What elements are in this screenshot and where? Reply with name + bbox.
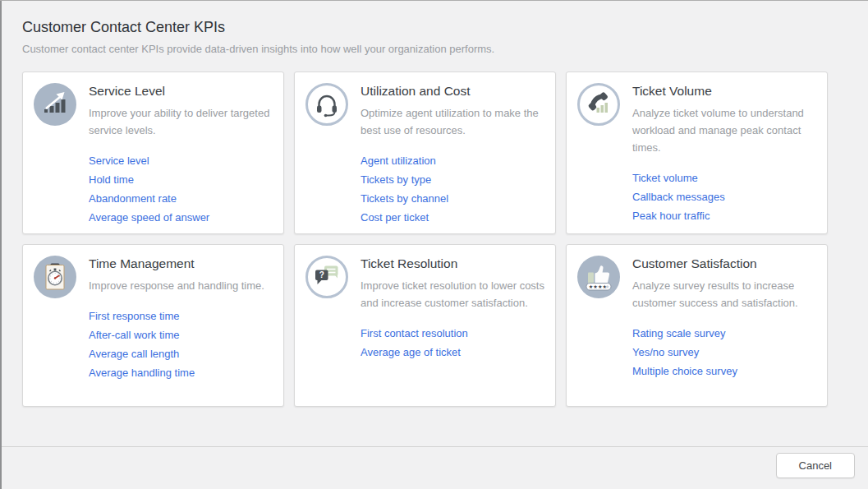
kpi-link-multiple-choice-survey[interactable]: Multiple choice survey: [632, 362, 816, 381]
kpi-link-agent-utilization[interactable]: Agent utilization: [361, 151, 544, 170]
kpi-link-rating-scale-survey[interactable]: Rating scale survey: [632, 324, 816, 343]
kpi-links: Service level Hold time Abandonment rate…: [89, 151, 273, 227]
kpi-link-average-handling-time[interactable]: Average handling time: [89, 363, 273, 382]
card-description: Analyze ticket volume to understand work…: [632, 104, 816, 156]
kpi-link-ticket-volume[interactable]: Ticket volume: [632, 168, 816, 187]
card-time-management: Time Management Improve response and han…: [22, 244, 284, 407]
kpi-link-abandonment-rate[interactable]: Abandonment rate: [89, 189, 273, 208]
window-left-edge: [0, 1, 2, 489]
stopwatch-clipboard-icon: [34, 256, 76, 298]
thumbs-up-rating-icon: ★★★★ ★: [577, 256, 620, 298]
kpi-links: Rating scale survey Yes/no survey Multip…: [632, 324, 816, 381]
kpi-link-first-response-time[interactable]: First response time: [89, 307, 273, 325]
kpi-link-average-call-length[interactable]: Average call length: [89, 344, 273, 363]
kpi-link-hold-time[interactable]: Hold time: [89, 170, 273, 189]
card-customer-satisfaction: ★★★★ ★ Customer Satisfaction Analyze sur…: [566, 244, 828, 407]
card-description: Optimize agent utilization to make the b…: [361, 104, 544, 139]
card-description: Improve your ability to deliver targeted…: [89, 104, 273, 139]
kpi-link-after-call-work-time[interactable]: After-call work time: [89, 325, 273, 344]
kpi-picker-dialog: Customer Contact Center KPIs Customer co…: [0, 1, 868, 407]
kpi-link-tickets-by-channel[interactable]: Tickets by channel: [361, 189, 544, 208]
kpi-links: Agent utilization Tickets by type Ticket…: [361, 151, 544, 227]
card-title: Service Level: [89, 84, 273, 99]
kpi-cards-grid: Service Level Improve your ability to de…: [22, 72, 845, 407]
page-subtitle: Customer contact center KPIs provide dat…: [22, 43, 845, 55]
card-title: Utilization and Cost: [361, 84, 544, 99]
bar-chart-trend-icon: [34, 83, 76, 126]
kpi-link-cost-per-ticket[interactable]: Cost per ticket: [361, 208, 544, 227]
kpi-link-service-level[interactable]: Service level: [89, 151, 273, 170]
svg-text:?: ?: [319, 270, 324, 279]
card-title: Ticket Volume: [632, 84, 816, 99]
kpi-link-callback-messages[interactable]: Callback messages: [632, 187, 816, 206]
cancel-button[interactable]: Cancel: [776, 453, 855, 478]
card-ticket-resolution: ? Ticket Resolution Improve ticket resol…: [294, 244, 556, 407]
card-service-level: Service Level Improve your ability to de…: [22, 72, 284, 234]
card-title: Customer Satisfaction: [632, 256, 816, 271]
svg-text:★: ★: [605, 284, 610, 289]
card-utilization-and-cost: Utilization and Cost Optimize agent util…: [294, 72, 556, 234]
chat-question-icon: ?: [305, 256, 348, 298]
kpi-links: Ticket volume Callback messages Peak hou…: [632, 168, 816, 225]
card-title: Time Management: [89, 256, 273, 271]
kpi-links: First contact resolution Average age of …: [361, 324, 544, 362]
phone-volume-icon: [577, 83, 620, 126]
card-description: Improve ticket resolution to lower costs…: [361, 277, 544, 311]
dialog-footer: Cancel: [0, 446, 868, 489]
card-description: Analyze survey results to increase custo…: [632, 277, 816, 311]
kpi-links: First response time After-call work time…: [89, 307, 273, 382]
kpi-link-yes-no-survey[interactable]: Yes/no survey: [632, 343, 816, 362]
kpi-link-average-speed-of-answer[interactable]: Average speed of answer: [89, 208, 273, 227]
kpi-link-peak-hour-traffic[interactable]: Peak hour traffic: [632, 206, 816, 225]
card-description: Improve response and handling time.: [89, 277, 273, 294]
page-title: Customer Contact Center KPIs: [22, 19, 845, 36]
kpi-link-tickets-by-type[interactable]: Tickets by type: [361, 170, 544, 189]
kpi-link-average-age-of-ticket[interactable]: Average age of ticket: [361, 343, 544, 362]
card-title: Ticket Resolution: [361, 256, 544, 271]
kpi-link-first-contact-resolution[interactable]: First contact resolution: [361, 324, 544, 343]
headset-icon: [305, 83, 348, 126]
card-ticket-volume: Ticket Volume Analyze ticket volume to u…: [566, 72, 828, 234]
